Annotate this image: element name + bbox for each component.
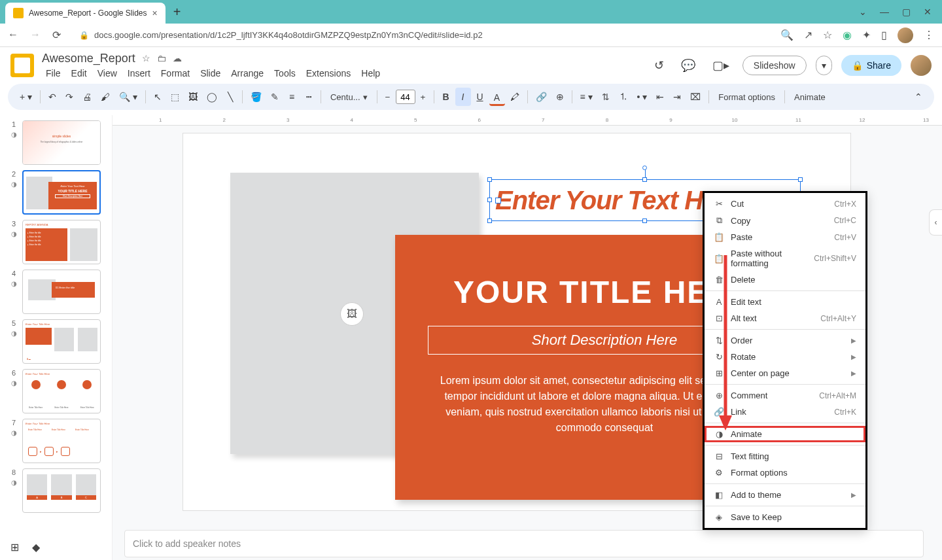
slide-thumbnail-5[interactable]: 5◑Enter Your Title HereA ▬ [8,319,109,364]
slide-thumbnail-7[interactable]: 7◑Enter Your Title HereEnter Title HereE… [8,419,109,463]
menu-arrange[interactable]: Arrange [227,67,268,80]
cm-link[interactable]: 🔗LinkCtrl+K [705,404,865,420]
user-avatar[interactable] [911,55,932,76]
slideshow-dropdown[interactable]: ▾ [816,56,832,75]
comment-button[interactable]: ⊕ [552,88,568,106]
cm-alt-text[interactable]: ⊡Alt textCtrl+Alt+Y [705,310,865,326]
italic-button[interactable]: I [455,88,471,106]
cm-comment[interactable]: ⊕CommentCtrl+Alt+M [705,387,865,404]
cm-center-on-page[interactable]: ⊞Center on page▶ [705,365,865,381]
document-title[interactable]: Awesome_Report [42,52,135,65]
sidepanel-icon[interactable]: ▯ [881,29,887,41]
zoom-icon[interactable]: 🔍 [780,29,794,41]
comments-icon[interactable]: 💬 [677,54,699,77]
menu-insert[interactable]: Insert [124,67,154,80]
undo-button[interactable]: ↶ [44,88,60,106]
extensions-puzzle-icon[interactable]: ✦ [862,29,871,41]
link-button[interactable]: 🔗 [532,88,551,106]
slide-thumbnail-8[interactable]: 8◑ABC [8,468,109,513]
slide-thumbnail-1[interactable]: 1◑simple slidesThe largest library of in… [8,120,109,165]
redo-button[interactable]: ↷ [61,88,77,106]
underline-button[interactable]: U [472,88,488,106]
forward-icon[interactable]: → [30,29,41,41]
cm-paste[interactable]: 📋PasteCtrl+V [705,229,865,245]
menu-edit[interactable]: Edit [67,67,91,80]
increase-indent-button[interactable]: ⇥ [669,88,685,106]
menu-file[interactable]: File [42,67,65,80]
cm-order[interactable]: ⇅Order▶ [705,332,865,349]
extension-icon[interactable]: ◉ [843,29,852,41]
border-dash-button[interactable]: ┅ [301,88,317,106]
clear-formatting-button[interactable]: ⌧ [686,88,705,106]
decrease-indent-button[interactable]: ⇤ [652,88,668,106]
bold-button[interactable]: B [438,88,454,106]
cm-edit-text[interactable]: AEdit text [705,294,865,310]
image-tool[interactable]: 🖼 [184,88,201,106]
slide-thumbnail-6[interactable]: 6◑Enter Your Title HereEnter Title HereE… [8,369,109,413]
grid-view-icon[interactable]: ⊞ [10,541,19,553]
textbox-tool[interactable]: ⬚ [167,88,183,106]
side-panel-toggle[interactable]: ‹ [929,209,942,236]
slides-logo-icon[interactable] [10,54,34,77]
new-tab-button[interactable]: + [173,5,181,20]
line-spacing-button[interactable]: ⇅ [598,88,614,106]
reload-icon[interactable]: ⟳ [52,29,61,41]
toolbar-collapse-icon[interactable]: ⌃ [911,88,926,106]
cm-save-to-keep[interactable]: ◈Save to Keep [705,509,865,525]
slide-thumbnail-4[interactable]: 4◑01 Enter the title [8,270,109,314]
menu-help[interactable]: Help [357,67,384,80]
border-color-button[interactable]: ✎ [267,88,283,106]
browser-menu-icon[interactable]: ⋮ [924,29,934,41]
cm-copy[interactable]: ⧉CopyCtrl+C [705,212,865,229]
star-icon[interactable]: ☆ [142,53,150,63]
minimize-icon[interactable]: — [880,7,889,17]
maximize-icon[interactable]: ▢ [902,7,911,17]
paint-format-button[interactable]: 🖌 [97,88,114,106]
tab-close-icon[interactable]: × [152,8,158,18]
explore-icon[interactable]: ◆ [32,541,40,553]
history-icon[interactable]: ↺ [650,54,668,77]
new-slide-button[interactable]: + ▾ [16,88,36,106]
menu-extensions[interactable]: Extensions [302,67,355,80]
image-icon[interactable]: 🖼 [340,302,364,326]
border-weight-button[interactable]: ≡ [284,88,300,106]
cm-cut[interactable]: ✂CutCtrl+X [705,196,865,212]
format-options-button[interactable]: Format options [713,90,780,105]
shape-tool[interactable]: ◯ [203,88,221,106]
bulleted-list-button[interactable]: • ▾ [633,88,652,106]
font-size-input[interactable] [396,90,415,104]
speaker-notes[interactable]: Click to add speaker notes [124,530,924,557]
line-tool[interactable]: ╲ [222,88,238,106]
cm-format-options[interactable]: ⚙Format options [705,464,865,481]
menu-format[interactable]: Format [157,67,194,80]
text-color-button[interactable]: A [489,88,505,106]
zoom-button[interactable]: 🔍 ▾ [115,88,141,106]
back-icon[interactable]: ← [8,29,18,41]
fill-color-button[interactable]: 🪣 [247,88,266,106]
numbered-list-button[interactable]: ⒈ [615,87,632,107]
cm-rotate[interactable]: ↻Rotate▶ [705,349,865,365]
font-size-increase[interactable]: + [417,90,430,104]
present-icon[interactable]: ▢▸ [708,54,733,77]
menu-view[interactable]: View [94,67,121,80]
menu-tools[interactable]: Tools [270,67,300,80]
cm-add-to-theme[interactable]: ◧Add to theme▶ [705,487,865,503]
align-button[interactable]: ≡ ▾ [576,88,597,106]
slide-thumbnail-3[interactable]: 3◑REPORT AGENDA▸ Enter the title▸ Enter … [8,220,109,264]
share-url-icon[interactable]: ↗ [804,29,812,41]
animate-button[interactable]: Animate [789,90,831,105]
slideshow-button[interactable]: Slideshow [742,56,807,75]
print-button[interactable]: 🖨 [78,88,96,106]
slide-thumbnail-2[interactable]: 2◑Enter Your Text HereYOUR TITLE HERESho… [8,170,109,215]
cm-animate[interactable]: ◑Animate [705,426,865,442]
move-icon[interactable]: 🗀 [157,53,166,63]
cm-text-fitting[interactable]: ⊟Text fitting [705,448,865,464]
url-bar[interactable]: 🔒 docs.google.com/presentation/d/1c2P_lj… [71,27,770,43]
highlight-button[interactable]: 🖍 [506,88,523,106]
menu-slide[interactable]: Slide [196,67,224,80]
close-window-icon[interactable]: ✕ [924,7,932,17]
bookmark-icon[interactable]: ☆ [823,29,832,41]
cm-delete[interactable]: 🗑Delete [705,271,865,288]
font-size-decrease[interactable]: − [381,90,394,104]
window-dropdown-icon[interactable]: ⌄ [859,7,867,17]
